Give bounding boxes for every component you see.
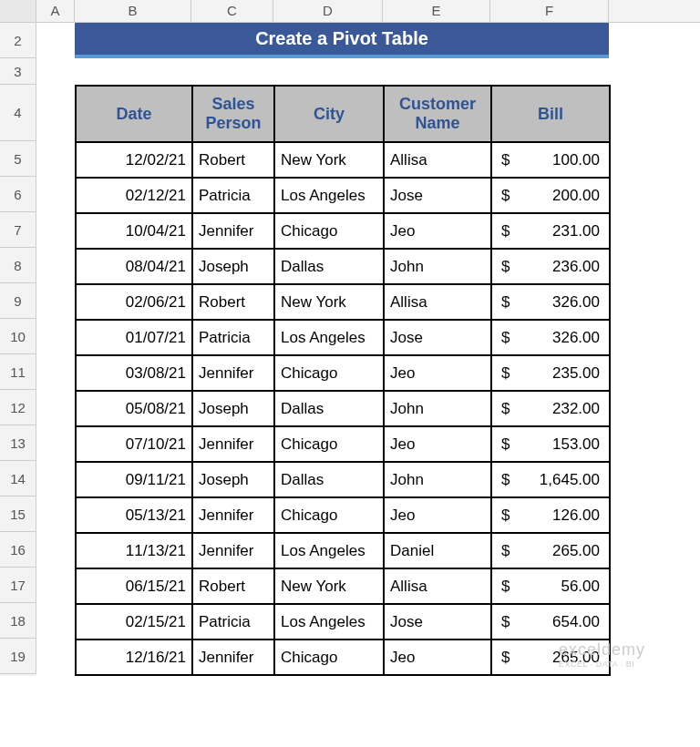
cell-bill[interactable]: $126.00 xyxy=(491,497,610,533)
cell-city[interactable]: New York xyxy=(274,568,384,604)
row-header-11[interactable]: 11 xyxy=(0,354,36,390)
header-city[interactable]: City xyxy=(274,86,384,142)
cell-bill[interactable]: $236.00 xyxy=(491,249,610,284)
cell-date[interactable]: 02/15/21 xyxy=(76,604,192,640)
select-all-corner[interactable] xyxy=(0,0,36,22)
row-header-6[interactable]: 6 xyxy=(0,177,36,212)
cell-customer[interactable]: Jeo xyxy=(384,426,491,462)
row-header-17[interactable]: 17 xyxy=(0,568,36,603)
cell-customer[interactable]: Jeo xyxy=(384,355,491,391)
cell-person[interactable]: Patricia xyxy=(192,604,274,640)
cell-date[interactable]: 10/04/21 xyxy=(76,213,192,249)
header-bill[interactable]: Bill xyxy=(491,86,610,142)
cell-date[interactable]: 05/13/21 xyxy=(76,497,192,533)
header-date[interactable]: Date xyxy=(76,86,192,142)
cell-person[interactable]: Jennifer xyxy=(192,355,274,391)
cell-city[interactable]: Chicago xyxy=(274,355,384,391)
cell-city[interactable]: Los Angeles xyxy=(274,533,384,568)
title-merged-cell[interactable]: Create a Pivot Table xyxy=(75,23,609,58)
cell-A2[interactable] xyxy=(36,23,75,58)
cell-bill[interactable]: $326.00 xyxy=(491,320,610,355)
cell-bill[interactable]: $153.00 xyxy=(491,426,610,462)
cell-city[interactable]: Chicago xyxy=(274,497,384,533)
col-header-F[interactable]: F xyxy=(490,0,609,22)
cell-city[interactable]: Chicago xyxy=(274,640,384,675)
cell-bill[interactable]: $100.00 xyxy=(491,142,610,178)
cell-customer[interactable]: John xyxy=(384,249,491,284)
cell-bill[interactable]: $232.00 xyxy=(491,391,610,426)
cell-customer[interactable]: Allisa xyxy=(384,142,491,178)
cell-date[interactable]: 06/15/21 xyxy=(76,568,192,604)
row-3-gap[interactable] xyxy=(36,58,700,85)
row-header-12[interactable]: 12 xyxy=(0,390,36,425)
col-header-B[interactable]: B xyxy=(75,0,191,22)
cell-city[interactable]: Chicago xyxy=(274,213,384,249)
cell-customer[interactable]: John xyxy=(384,391,491,426)
cell-bill[interactable]: $235.00 xyxy=(491,355,610,391)
col-header-A[interactable]: A xyxy=(36,0,75,22)
cell-city[interactable]: Los Angeles xyxy=(274,178,384,213)
row-header-19[interactable]: 19 xyxy=(0,639,36,674)
row-header-8[interactable]: 8 xyxy=(0,248,36,283)
cell-customer[interactable]: Jeo xyxy=(384,640,491,675)
row-header-7[interactable]: 7 xyxy=(0,212,36,248)
col-header-D[interactable]: D xyxy=(273,0,383,22)
row-header-10[interactable]: 10 xyxy=(0,319,36,354)
cell-customer[interactable]: Jose xyxy=(384,178,491,213)
cell-date[interactable]: 11/13/21 xyxy=(76,533,192,568)
cell-bill[interactable]: $56.00 xyxy=(491,568,610,604)
cell-city[interactable]: Dallas xyxy=(274,462,384,497)
cell-city[interactable]: New York xyxy=(274,284,384,320)
cell-person[interactable]: Joseph xyxy=(192,391,274,426)
cell-customer[interactable]: Jose xyxy=(384,604,491,640)
row-header-16[interactable]: 16 xyxy=(0,532,36,568)
cell-customer[interactable]: Jeo xyxy=(384,213,491,249)
cell-date[interactable]: 01/07/21 xyxy=(76,320,192,355)
cell-customer[interactable]: Daniel xyxy=(384,533,491,568)
cell-person[interactable]: Robert xyxy=(192,568,274,604)
cell-city[interactable]: New York xyxy=(274,142,384,178)
cell-date[interactable]: 12/02/21 xyxy=(76,142,192,178)
row-header-14[interactable]: 14 xyxy=(0,461,36,496)
cell-person[interactable]: Patricia xyxy=(192,178,274,213)
row-header-15[interactable]: 15 xyxy=(0,496,36,532)
col-header-C[interactable]: C xyxy=(191,0,273,22)
cell-person[interactable]: Patricia xyxy=(192,320,274,355)
cell-city[interactable]: Dallas xyxy=(274,391,384,426)
cell-person[interactable]: Jennifer xyxy=(192,497,274,533)
row-header-13[interactable]: 13 xyxy=(0,425,36,461)
cell-customer[interactable]: John xyxy=(384,462,491,497)
cell-city[interactable]: Dallas xyxy=(274,249,384,284)
cell-city[interactable]: Los Angeles xyxy=(274,320,384,355)
row-header-2[interactable]: 2 xyxy=(0,23,36,58)
cell-date[interactable]: 08/04/21 xyxy=(76,249,192,284)
cell-city[interactable]: Chicago xyxy=(274,426,384,462)
cell-date[interactable]: 03/08/21 xyxy=(76,355,192,391)
cell-person[interactable]: Jennifer xyxy=(192,533,274,568)
cell-customer[interactable]: Allisa xyxy=(384,284,491,320)
cell-person[interactable]: Robert xyxy=(192,284,274,320)
cell-bill[interactable]: $200.00 xyxy=(491,178,610,213)
header-sales-person[interactable]: Sales Person xyxy=(192,86,274,142)
cell-date[interactable]: 12/16/21 xyxy=(76,640,192,675)
cell-person[interactable]: Joseph xyxy=(192,249,274,284)
cell-bill[interactable]: $654.00 xyxy=(491,604,610,640)
cell-bill[interactable]: $231.00 xyxy=(491,213,610,249)
cell-person[interactable]: Jennifer xyxy=(192,640,274,675)
row-header-9[interactable]: 9 xyxy=(0,283,36,319)
row-header-3[interactable]: 3 xyxy=(0,58,36,85)
col-header-E[interactable]: E xyxy=(383,0,490,22)
row-header-4[interactable]: 4 xyxy=(0,85,36,141)
cell-person[interactable]: Jennifer xyxy=(192,426,274,462)
cell-person[interactable]: Robert xyxy=(192,142,274,178)
cell-bill[interactable]: $265.00 xyxy=(491,533,610,568)
cell-bill[interactable]: $326.00 xyxy=(491,284,610,320)
cell-date[interactable]: 02/12/21 xyxy=(76,178,192,213)
cell-person[interactable]: Jennifer xyxy=(192,213,274,249)
cell-date[interactable]: 02/06/21 xyxy=(76,284,192,320)
cell-person[interactable]: Joseph xyxy=(192,462,274,497)
header-customer[interactable]: Customer Name xyxy=(384,86,491,142)
cell-customer[interactable]: Allisa xyxy=(384,568,491,604)
row-header-5[interactable]: 5 xyxy=(0,141,36,177)
cell-date[interactable]: 09/11/21 xyxy=(76,462,192,497)
